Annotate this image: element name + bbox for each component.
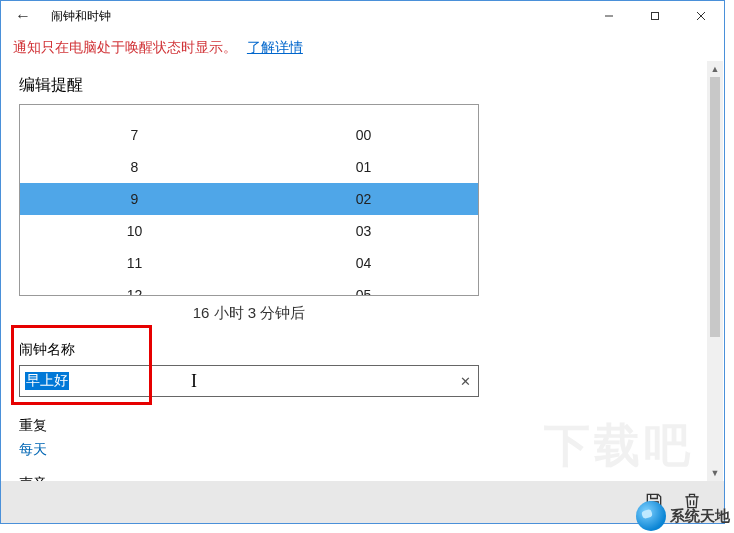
close-button[interactable]	[678, 1, 724, 31]
notification-text: 通知只在电脑处于唤醒状态时显示。	[13, 39, 237, 55]
brand-watermark-text: 系统天地	[670, 507, 730, 526]
clear-input-button[interactable]: ✕	[460, 374, 471, 389]
window-title: 闹钟和时钟	[45, 8, 111, 25]
back-button[interactable]: ←	[1, 1, 45, 31]
scroll-up-arrow[interactable]: ▲	[707, 61, 723, 77]
scroll-down-arrow[interactable]: ▼	[707, 465, 723, 481]
scroll-thumb[interactable]	[710, 77, 720, 337]
brand-watermark: 系统天地	[636, 501, 730, 531]
command-bar	[1, 481, 724, 523]
vertical-scrollbar[interactable]: ▲ ▼	[707, 61, 723, 481]
minimize-button[interactable]	[586, 1, 632, 31]
globe-icon	[636, 501, 666, 531]
time-picker[interactable]: 6 7 8 9 10 11 12 59 00 01 02 03 04 05	[19, 104, 479, 296]
time-remaining-caption: 16 小时 3 分钟后	[19, 296, 479, 337]
titlebar: ← 闹钟和时钟	[1, 1, 724, 31]
edit-reminder-header: 编辑提醒	[19, 75, 706, 96]
notification-bar: 通知只在电脑处于唤醒状态时显示。 了解详情	[1, 31, 724, 65]
repeat-value[interactable]: 每天	[19, 441, 706, 459]
alarm-name-input[interactable]	[19, 365, 479, 397]
alarm-name-label: 闹钟名称	[19, 341, 706, 359]
minute-column[interactable]: 59 00 01 02 03 04 05	[249, 105, 478, 295]
maximize-button[interactable]	[632, 1, 678, 31]
hour-column[interactable]: 6 7 8 9 10 11 12	[20, 105, 249, 295]
repeat-label: 重复	[19, 417, 706, 435]
notification-link[interactable]: 了解详情	[241, 39, 303, 55]
svg-rect-1	[652, 13, 659, 20]
